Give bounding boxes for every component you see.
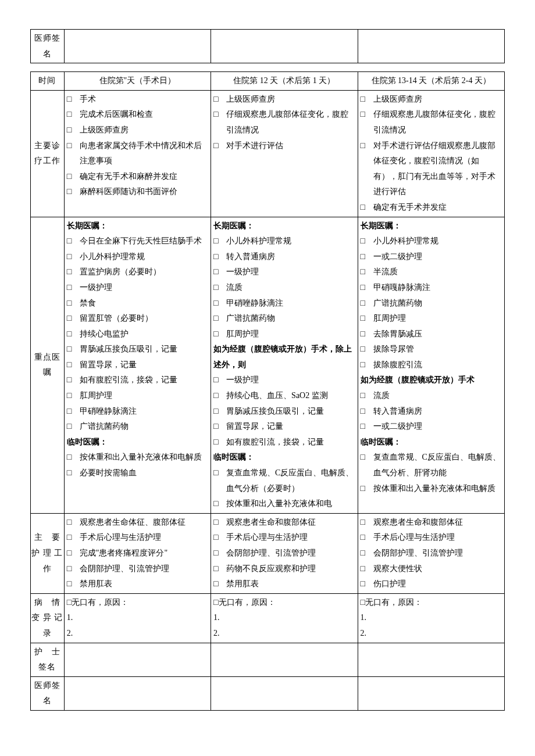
checkbox-icon[interactable]: □ [361,404,365,420]
doctor-sig-c2[interactable] [211,676,358,710]
checkbox-icon[interactable]: □ [361,515,365,531]
checkbox-icon[interactable]: □ [213,249,218,265]
checkbox-icon[interactable]: □ [361,530,365,546]
list-item: □观察患者生命和腹部体征 [213,515,355,531]
checkbox-icon[interactable]: □ [67,249,72,265]
checkbox-icon[interactable]: □ [361,107,365,123]
checkbox-icon[interactable]: □ [213,546,218,561]
top-sig-cell-2[interactable] [211,30,358,63]
checkbox-icon[interactable]: □ [67,280,72,296]
checkbox-icon[interactable]: □ [67,388,72,404]
doctor-sig-c1[interactable] [64,676,211,710]
variance-c1[interactable]: □无口有，原因： 1. 2. [64,593,211,643]
checkbox-icon[interactable]: □ [213,264,218,280]
checkbox-icon[interactable]: □ [361,561,365,577]
checkbox-icon[interactable]: □ [361,342,365,357]
checkbox-icon[interactable]: □ [67,123,72,138]
checkbox-icon[interactable]: □ [67,327,72,342]
checkbox-icon[interactable]: □ [361,481,365,497]
list-item: □一或二级护理 [361,419,502,435]
orders-c3-temp: □复查血常规、C反应蛋白、电解质、血气分析、肝肾功能 □按体重和出入量补充液体和… [361,450,502,496]
checkbox-icon[interactable]: □ [67,138,72,154]
list-item: □对手术进行评估仔细观察患儿腹部体征变化，腹腔引流情况（如有），肛门有无出血等等… [361,138,502,200]
checkbox-icon[interactable]: □ [67,576,72,592]
checkbox-icon[interactable]: □ [361,264,365,280]
checkbox-icon[interactable]: □ [67,561,72,577]
checkbox-icon[interactable]: □ [213,576,218,592]
checkbox-icon[interactable]: □ [67,515,72,531]
checkbox-icon[interactable]: □ [67,530,72,546]
doctor-sig-c3[interactable] [358,676,504,710]
top-sig-cell-1[interactable] [64,30,211,63]
checkbox-icon[interactable]: □ [67,342,72,357]
orders-heading: 长期医嘱： [361,218,502,234]
checkbox-icon[interactable]: □ [213,435,218,450]
variance-row: 病 情变 异 记录 □无口有，原因： 1. 2. □无口有，原因： 1. 2. … [31,593,505,643]
checkbox-icon[interactable]: □ [213,311,218,327]
checkbox-icon[interactable]: □ [361,388,365,404]
variance-c3[interactable]: □无口有，原因： 1. 2. [358,593,504,643]
checkbox-icon[interactable]: □ [213,530,218,546]
checkbox-icon[interactable]: □ [67,598,72,607]
item-text: 一或二级护理 [373,422,422,431]
top-sig-cell-3[interactable] [358,30,504,63]
checkbox-icon[interactable]: □ [67,264,72,280]
checkbox-icon[interactable]: □ [213,598,218,607]
checkbox-icon[interactable]: □ [361,138,365,154]
checkbox-icon[interactable]: □ [67,546,72,561]
checkbox-icon[interactable]: □ [361,234,365,249]
checkbox-icon[interactable]: □ [361,450,365,465]
checkbox-icon[interactable]: □ [361,92,365,108]
checkbox-icon[interactable]: □ [361,327,365,342]
checkbox-icon[interactable]: □ [67,296,72,311]
checkbox-icon[interactable]: □ [213,372,218,388]
checkbox-icon[interactable]: □ [67,107,72,123]
checkbox-icon[interactable]: □ [213,515,218,531]
checkbox-icon[interactable]: □ [67,419,72,435]
checkbox-icon[interactable]: □ [213,496,218,512]
nurse-sig-c1[interactable] [64,643,211,676]
checkbox-icon[interactable]: □ [361,576,365,592]
checkbox-icon[interactable]: □ [213,234,218,249]
checkbox-icon[interactable]: □ [213,388,218,404]
checkbox-icon[interactable]: □ [213,404,218,420]
checkbox-icon[interactable]: □ [361,280,365,296]
checkbox-icon[interactable]: □ [67,92,72,108]
checkbox-icon[interactable]: □ [213,138,218,154]
item-text: 甲硝唑静脉滴注 [80,407,137,415]
checkbox-icon[interactable]: □ [361,296,365,311]
checkbox-icon[interactable]: □ [213,561,218,577]
checkbox-icon[interactable]: □ [361,311,365,327]
checkbox-icon[interactable]: □ [213,280,218,296]
checkbox-icon[interactable]: □ [67,404,72,420]
checkbox-icon[interactable]: □ [213,107,218,123]
checkbox-icon[interactable]: □ [213,465,218,481]
checkbox-icon[interactable]: □ [361,419,365,435]
checkbox-icon[interactable]: □ [213,92,218,108]
nurse-signature-row: 护 士签名 [31,643,505,676]
checkbox-icon[interactable]: □ [67,169,72,185]
checkbox-icon[interactable]: □ [213,419,218,435]
checkbox-icon[interactable]: □ [361,357,365,373]
checkbox-icon[interactable]: □ [361,598,365,607]
checkbox-icon[interactable]: □ [67,372,72,388]
work-c3-list: □上级医师查房 □仔细观察患儿腹部体征变化，腹腔引流情况 □对手术进行评估仔细观… [361,92,502,216]
item-text: 流质 [373,391,390,400]
nurse-sig-c3[interactable] [358,643,504,676]
checkbox-icon[interactable]: □ [213,327,218,342]
item-text: 肛周护理 [226,329,259,338]
checkbox-icon[interactable]: □ [67,357,72,373]
nurse-sig-c2[interactable] [211,643,358,676]
checkbox-icon[interactable]: □ [361,249,365,265]
list-item: □流质 [213,280,355,296]
checkbox-icon[interactable]: □ [213,296,218,311]
checkbox-icon[interactable]: □ [67,311,72,327]
checkbox-icon[interactable]: □ [67,184,72,200]
checkbox-icon[interactable]: □ [361,200,365,216]
checkbox-icon[interactable]: □ [67,465,72,481]
checkbox-icon[interactable]: □ [361,546,365,561]
list-item: □麻醉科医师随访和书面评价 [67,184,208,200]
variance-c2[interactable]: □无口有，原因： 1. 2. [211,593,358,643]
checkbox-icon[interactable]: □ [67,234,72,249]
checkbox-icon[interactable]: □ [67,450,72,465]
